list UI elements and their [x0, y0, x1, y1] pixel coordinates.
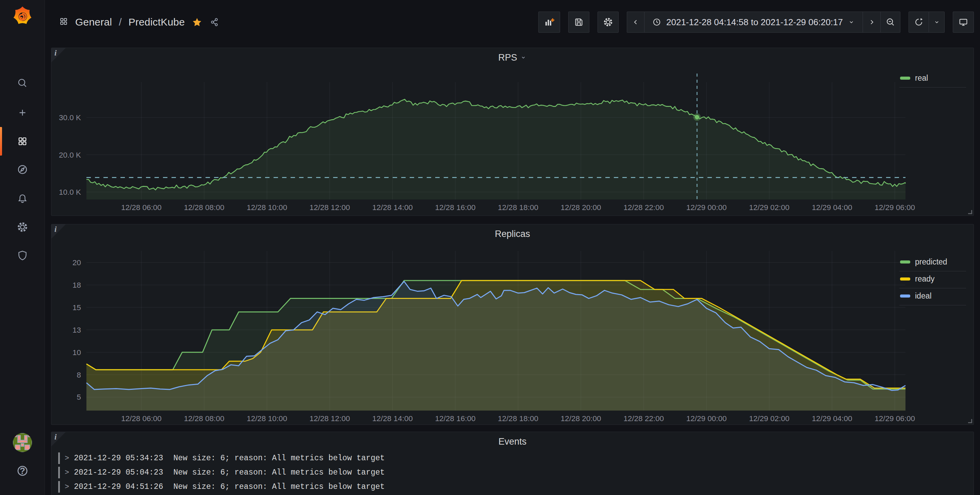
breadcrumb-dashboard-title[interactable]: PredictKube: [128, 16, 185, 28]
legend-swatch: [900, 261, 910, 264]
svg-text:12/28 18:00: 12/28 18:00: [498, 414, 538, 423]
legend-item[interactable]: real: [899, 70, 966, 88]
sidebar-item-dashboards[interactable]: [0, 127, 45, 156]
event-log-row[interactable]: >2021-12-29 05:34:23New size: 6; reason:…: [58, 451, 967, 465]
svg-text:12/29 02:00: 12/29 02:00: [749, 414, 789, 423]
event-expand-icon[interactable]: >: [65, 468, 69, 477]
panel-header-events[interactable]: Events: [51, 432, 974, 451]
event-log-row[interactable]: >2021-12-29 04:51:26New size: 6; reason:…: [58, 480, 967, 494]
refresh-icon: [914, 17, 924, 27]
sidebar-item-alerting[interactable]: [0, 184, 45, 213]
svg-text:12/28 22:00: 12/28 22:00: [624, 203, 664, 212]
time-range-text: 2021-12-28 04:14:58 to 2021-12-29 06:20:…: [666, 17, 843, 27]
legend-item[interactable]: ideal: [899, 288, 966, 306]
dashboard-grid-icon: [59, 17, 68, 27]
event-expand-icon[interactable]: >: [65, 483, 69, 491]
legend-label: ready: [915, 274, 935, 283]
svg-text:12/28 06:00: 12/28 06:00: [121, 414, 162, 423]
svg-text:12/28 12:00: 12/28 12:00: [310, 414, 350, 423]
sidebar-item-help[interactable]: ?: [0, 457, 45, 485]
add-panel-button[interactable]: [538, 11, 560, 33]
favorite-star-icon[interactable]: [192, 17, 202, 27]
sidebar-item-search[interactable]: [0, 69, 45, 97]
sidebar-item-profile[interactable]: [0, 428, 45, 457]
time-shift-forward-button[interactable]: [863, 11, 881, 33]
clock-icon: [652, 18, 662, 27]
event-timestamp: 2021-12-29 05:34:23: [74, 454, 163, 463]
gear-icon: [603, 17, 613, 27]
dashboards-grid-icon: [16, 135, 29, 147]
panel-replicas: i Replicas 12/28 06:0012/28 08:0012/28 1…: [51, 224, 974, 425]
svg-text:10: 10: [73, 348, 81, 357]
grafana-logo[interactable]: [11, 4, 33, 26]
rps-legend: real: [899, 70, 966, 88]
chevron-down-icon: [848, 18, 855, 26]
replicas-chart-canvas[interactable]: 12/28 06:0012/28 08:0012/28 10:0012/28 1…: [51, 224, 974, 425]
svg-text:12/29 00:00: 12/29 00:00: [686, 203, 727, 212]
event-message: New size: 6; reason: All metrics below t…: [173, 454, 385, 463]
save-dashboard-button[interactable]: [568, 11, 589, 33]
panel-rps: i RPS 12/28 06:0012/28 08:0012/28 10:001…: [51, 48, 974, 216]
toolbar: 2021-12-28 04:14:58 to 2021-12-29 06:20:…: [538, 11, 974, 33]
avatar: [13, 433, 32, 452]
sidebar: ?: [0, 0, 45, 495]
legend-item[interactable]: ready: [899, 271, 966, 288]
svg-text:8: 8: [76, 371, 81, 379]
panel-title: Events: [498, 436, 527, 447]
compass-icon: [16, 163, 29, 176]
share-icon[interactable]: [209, 17, 220, 27]
panel-header-replicas[interactable]: Replicas: [51, 224, 974, 244]
sidebar-item-create[interactable]: [0, 99, 45, 127]
event-level-bar: [58, 481, 60, 493]
panel-resize-handle[interactable]: [968, 210, 972, 214]
svg-text:12/28 12:00: 12/28 12:00: [310, 203, 350, 212]
legend-swatch: [900, 76, 910, 80]
panel-resize-handle[interactable]: [968, 419, 972, 423]
event-level-bar: [58, 467, 60, 478]
event-log-row[interactable]: >2021-12-29 05:04:23New size: 6; reason:…: [58, 465, 967, 480]
chevron-down-icon: [933, 18, 940, 26]
svg-text:20.0 K: 20.0 K: [59, 151, 81, 159]
events-log-list: >2021-12-29 05:34:23New size: 6; reason:…: [58, 451, 967, 494]
shield-icon: [17, 250, 28, 261]
svg-text:20: 20: [73, 258, 81, 267]
svg-text:12/29 04:00: 12/29 04:00: [812, 414, 853, 423]
time-shift-back-button[interactable]: [627, 11, 644, 33]
chevron-left-icon: [631, 18, 640, 27]
svg-text:12/29 00:00: 12/29 00:00: [686, 414, 727, 423]
refresh-interval-dropdown[interactable]: [929, 11, 945, 33]
kiosk-mode-button[interactable]: [953, 11, 974, 33]
time-range-picker-button[interactable]: 2021-12-28 04:14:58 to 2021-12-29 06:20:…: [644, 11, 863, 33]
svg-text:12/28 20:00: 12/28 20:00: [561, 203, 601, 212]
svg-text:12/28 18:00: 12/28 18:00: [498, 203, 538, 212]
legend-label: real: [915, 73, 928, 83]
breadcrumb: General / PredictKube: [59, 0, 220, 44]
sidebar-item-explore[interactable]: [0, 155, 45, 184]
event-timestamp: 2021-12-29 04:51:26: [74, 482, 163, 491]
dashboard-header: General / PredictKube: [45, 0, 980, 44]
svg-text:12/28 20:00: 12/28 20:00: [561, 414, 601, 423]
breadcrumb-folder[interactable]: General: [75, 16, 112, 28]
svg-text:18: 18: [73, 281, 81, 290]
panel-header-rps[interactable]: RPS: [51, 48, 974, 67]
dashboard-settings-button[interactable]: [598, 11, 619, 33]
search-icon: [17, 77, 28, 89]
legend-label: ideal: [915, 291, 932, 301]
panel-title: RPS: [498, 53, 517, 63]
sidebar-item-server-admin[interactable]: [0, 241, 45, 270]
zoom-out-icon: [885, 17, 896, 27]
panel-menu-caret-icon: [520, 54, 527, 61]
svg-text:12/29 06:00: 12/29 06:00: [875, 203, 915, 212]
time-picker-group: 2021-12-28 04:14:58 to 2021-12-29 06:20:…: [627, 11, 900, 33]
event-expand-icon[interactable]: >: [65, 454, 69, 463]
refresh-dashboard-button[interactable]: [908, 11, 929, 33]
svg-text:13: 13: [73, 326, 81, 334]
svg-text:12/29 04:00: 12/29 04:00: [812, 203, 853, 212]
svg-text:12/28 10:00: 12/28 10:00: [247, 203, 287, 212]
zoom-out-time-button[interactable]: [881, 11, 900, 33]
sidebar-item-configuration[interactable]: [0, 213, 45, 241]
rps-chart-canvas[interactable]: 12/28 06:0012/28 08:0012/28 10:0012/28 1…: [51, 48, 974, 215]
bell-icon: [17, 193, 28, 204]
svg-text:12/28 14:00: 12/28 14:00: [372, 414, 413, 423]
legend-item[interactable]: predicted: [899, 254, 966, 271]
